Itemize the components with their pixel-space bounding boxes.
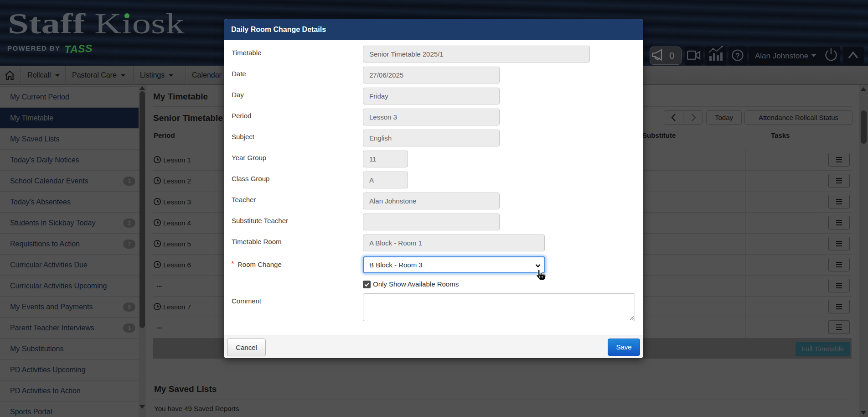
svg-text:0: 0 [669,50,675,61]
svg-text:Alan Johnstone: Alan Johnstone [755,52,808,60]
svg-text:?: ? [735,52,740,60]
